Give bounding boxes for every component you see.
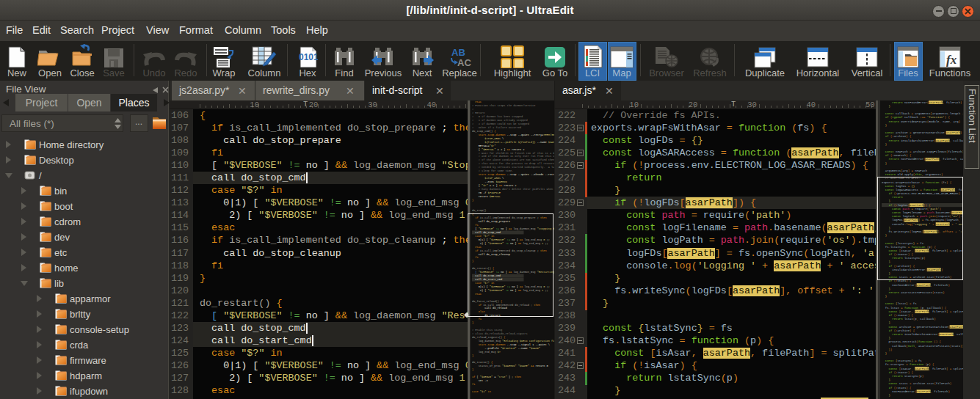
svg-text:AC: AC [457,57,471,68]
svg-text:AB: AB [451,47,465,58]
svg-text:0101: 0101 [299,52,318,62]
svg-text:fx: fx [946,53,957,67]
